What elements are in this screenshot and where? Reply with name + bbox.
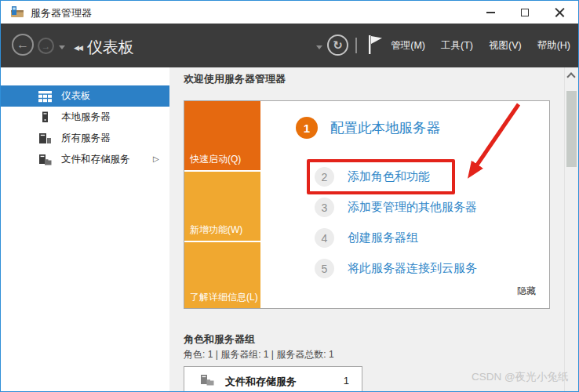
back-arrow-icon: ← [16, 38, 29, 52]
minimize-button[interactable] [473, 1, 508, 24]
sidebar-item-all-servers[interactable]: 所有服务器 [1, 128, 169, 149]
all-servers-icon [38, 132, 52, 145]
refresh-icon: ↻ [333, 38, 343, 53]
sidebar-item-dashboard[interactable]: 仪表板 [1, 85, 169, 107]
toolbar-separator [355, 38, 357, 53]
sidebar-item-label: 仪表板 [61, 89, 91, 103]
sidebar-item-label: 所有服务器 [61, 132, 111, 145]
close-icon [555, 7, 565, 17]
server-manager-window: 服务器管理器 ← → ◀◀ 仪表板 ↻ 管理(M) 工具(T) 视图(V) 帮助… [0, 0, 579, 392]
tab-learn-more[interactable]: 了解详细信息(L) [184, 242, 260, 308]
tab-whats-new[interactable]: 新增功能(W) [184, 172, 260, 241]
sidebar-item-label: 文件和存储服务 [61, 153, 130, 166]
window-title: 服务器管理器 [31, 6, 92, 20]
address-dropdown-icon[interactable] [316, 45, 322, 49]
sidebar-item-local-server[interactable]: 本地服务器 [1, 107, 169, 128]
scrollbar-thumb[interactable] [566, 91, 577, 167]
breadcrumb[interactable]: ◀◀ 仪表板 [74, 37, 134, 58]
watermark-text: CSDN @夜光小兔纸 [472, 370, 568, 384]
menu-help[interactable]: 帮助(H) [537, 39, 570, 53]
step-create-server-group[interactable]: 4 创建服务器组 [315, 228, 418, 248]
step-configure-local-server[interactable]: 1 配置此本地服务器 [296, 117, 440, 139]
tab-label: 快速启动(Q) [190, 153, 241, 166]
step-link[interactable]: 添加角色和功能 [348, 169, 430, 184]
forward-button[interactable]: → [38, 38, 54, 54]
step-link[interactable]: 创建服务器组 [348, 230, 418, 245]
step-add-roles-and-features[interactable]: 2 添加角色和功能 [315, 167, 430, 187]
minimize-icon [486, 12, 495, 13]
sidebar-item-file-storage-services[interactable]: 文件和存储服务 ▷ [1, 149, 169, 170]
maximize-button[interactable] [508, 1, 542, 24]
step-link[interactable]: 配置此本地服务器 [330, 118, 440, 137]
scroll-up-icon[interactable] [566, 72, 575, 81]
server-manager-app-icon [10, 5, 24, 18]
welcome-header: 欢迎使用服务器管理器 [184, 72, 286, 86]
file-storage-services-icon [38, 154, 52, 166]
back-button[interactable]: ← [12, 34, 34, 56]
step-number-badge: 2 [315, 167, 334, 187]
refresh-button[interactable]: ↻ [327, 34, 348, 56]
expand-arrow-icon[interactable]: ▷ [153, 154, 159, 163]
maximize-icon [521, 9, 529, 16]
tab-label: 了解详细信息(L) [190, 291, 258, 304]
tile-label: 文件和存储服务 [225, 375, 297, 389]
step-link[interactable]: 添加要管理的其他服务器 [348, 200, 477, 215]
hide-link[interactable]: 隐藏 [517, 285, 536, 298]
file-storage-services-tile[interactable]: 文件和存储服务 1 [184, 366, 362, 392]
history-dropdown-icon[interactable] [59, 45, 65, 49]
roles-section-title: 角色和服务器组 [184, 332, 255, 347]
step-number-badge: 5 [315, 259, 334, 278]
step-add-other-servers[interactable]: 3 添加要管理的其他服务器 [315, 198, 477, 217]
navigation-bar: ← → ◀◀ 仪表板 ↻ 管理(M) 工具(T) 视图(V) 帮助(H) [1, 24, 578, 67]
roles-section-counts: 角色: 1 | 服务器组: 1 | 服务器总数: 1 [184, 348, 334, 361]
local-server-icon [38, 111, 52, 124]
menu-tools[interactable]: 工具(T) [441, 39, 473, 53]
step-connect-to-cloud[interactable]: 5 将此服务器连接到云服务 [315, 259, 477, 278]
vertical-scrollbar[interactable] [564, 67, 578, 391]
menu-manage[interactable]: 管理(M) [391, 39, 425, 53]
forward-arrow-icon: → [42, 41, 51, 52]
breadcrumb-chevrons-icon: ◀◀ [74, 44, 82, 52]
dashboard-grid-icon [38, 90, 52, 103]
step-number-badge: 1 [296, 117, 318, 139]
breadcrumb-label: 仪表板 [87, 37, 134, 58]
tab-label: 新增功能(W) [190, 223, 242, 237]
file-storage-tile-icon [200, 374, 214, 387]
notifications-flag-button[interactable] [366, 34, 385, 56]
close-button[interactable] [542, 1, 577, 24]
quickstart-tile: 快速启动(Q) 新增功能(W) 了解详细信息(L) 1 配置此本地服务器 2 添… [184, 100, 550, 309]
step-number-badge: 4 [315, 228, 334, 248]
step-link[interactable]: 将此服务器连接到云服务 [348, 261, 477, 276]
title-bar: 服务器管理器 [1, 1, 578, 24]
menu-view[interactable]: 视图(V) [489, 39, 522, 53]
quickstart-tab-column: 快速启动(Q) 新增功能(W) 了解详细信息(L) [184, 101, 260, 308]
tab-quick-start[interactable]: 快速启动(Q) [184, 101, 260, 170]
sidebar-item-label: 本地服务器 [61, 111, 111, 124]
tile-count: 1 [344, 375, 349, 387]
sidebar: 仪表板 本地服务器 所有服务器 文件和存 [1, 67, 169, 391]
step-number-badge: 3 [315, 198, 334, 217]
